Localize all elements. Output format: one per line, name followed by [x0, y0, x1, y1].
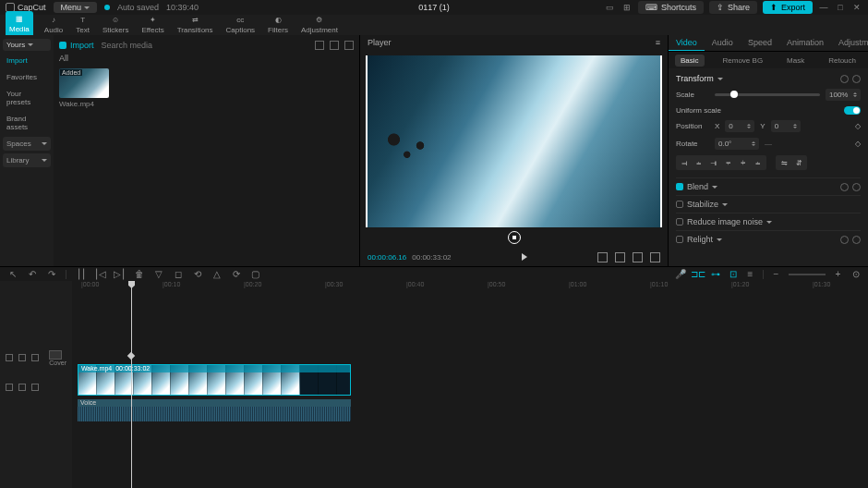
keyframe-icon[interactable] — [852, 75, 861, 83]
eye-icon[interactable] — [18, 384, 26, 391]
preview-icon[interactable]: ⊡ — [728, 269, 738, 279]
reset-icon[interactable] — [840, 183, 849, 191]
tab-audio[interactable]: ♪Audio — [42, 13, 65, 35]
track-icon[interactable]: ≡ — [745, 269, 755, 279]
props-tab-animation[interactable]: Animation — [779, 35, 831, 51]
maximize-button[interactable]: □ — [835, 3, 846, 12]
pointer-icon[interactable]: ↖ — [7, 269, 18, 279]
minimize-button[interactable]: — — [818, 3, 829, 12]
relight-section[interactable]: Relight — [676, 230, 861, 248]
tab-captions[interactable]: ccCaptions — [224, 13, 258, 35]
mirror-icon[interactable]: △ — [211, 269, 222, 279]
preview-handle-right[interactable] — [658, 55, 662, 227]
export-button[interactable]: ⬆Export — [763, 1, 813, 14]
align-center-v-icon[interactable]: ⫩ — [737, 157, 750, 168]
reverse-icon[interactable]: ⟲ — [192, 269, 202, 279]
media-tab-all[interactable]: All — [59, 54, 68, 63]
rotate-icon[interactable]: ⟳ — [231, 269, 241, 279]
tab-adjustment[interactable]: ⚙Adjustment — [299, 13, 340, 35]
undo-icon[interactable]: ↶ — [27, 269, 37, 279]
fullscreen-icon[interactable] — [650, 252, 660, 262]
delete-icon[interactable]: 🗑 — [134, 269, 144, 279]
subtab-removebg[interactable]: Remove BG — [717, 55, 769, 67]
blend-section[interactable]: Blend — [676, 177, 861, 195]
zoom-fit-icon[interactable]: ⊙ — [850, 269, 861, 279]
zoom-slider[interactable] — [789, 274, 826, 275]
layout2-icon[interactable]: ⊞ — [621, 3, 633, 12]
lock-icon[interactable] — [6, 384, 13, 391]
position-y-input[interactable]: 0 — [771, 120, 801, 132]
tab-text[interactable]: TText — [74, 13, 91, 35]
quality-icon[interactable] — [597, 252, 608, 262]
zoom-out-icon[interactable]: − — [771, 269, 781, 279]
stabilize-section[interactable]: Stabilize — [676, 195, 861, 213]
video-clip[interactable]: Wake.mp400:00:33:02 — [78, 364, 351, 396]
time-ruler[interactable]: |00:00 |00:10 |00:20 |00:30 |00:40 |00:5… — [72, 281, 868, 290]
checkbox-icon[interactable] — [676, 201, 683, 208]
player-menu-icon[interactable]: ≡ — [656, 38, 660, 47]
props-tab-adjustment[interactable]: Adjustment — [831, 35, 868, 51]
resize-icon[interactable] — [633, 252, 643, 262]
close-button[interactable]: ✕ — [851, 3, 862, 12]
subtab-mask[interactable]: Mask — [781, 55, 810, 67]
sidebar-item-favorites[interactable]: Favorites — [3, 70, 51, 84]
sidebar-item-spaces[interactable]: Spaces — [3, 137, 51, 151]
scale-value[interactable]: 100% — [826, 89, 861, 101]
align-left-icon[interactable]: ⫤ — [678, 157, 691, 168]
sidebar-item-library[interactable]: Library — [3, 153, 51, 167]
tab-effects[interactable]: ✦Effects — [139, 13, 165, 35]
grid-view-icon[interactable] — [330, 41, 339, 50]
uniform-toggle[interactable] — [844, 106, 861, 115]
audio-clip[interactable]: Voice — [78, 399, 351, 421]
mic-icon[interactable]: 🎤 — [675, 269, 685, 279]
reset-icon[interactable] — [840, 75, 849, 83]
link-icon[interactable]: ⊶ — [710, 269, 720, 279]
search-input[interactable] — [102, 41, 307, 50]
flip-h-icon[interactable]: ⇋ — [778, 157, 790, 168]
ratio-icon[interactable] — [615, 252, 625, 262]
play-button[interactable] — [522, 253, 527, 261]
align-bottom-icon[interactable]: ⫨ — [752, 157, 765, 168]
redo-icon[interactable]: ↷ — [46, 269, 56, 279]
sort-icon[interactable] — [315, 41, 324, 50]
eye-icon[interactable] — [18, 354, 26, 361]
split-icon[interactable]: ⎮⎮ — [76, 269, 86, 279]
tab-filters[interactable]: ◐Filters — [266, 13, 290, 35]
sidebar-yours-dropdown[interactable]: Yours — [3, 39, 51, 51]
rotate-input[interactable]: 0.0° — [715, 138, 759, 150]
flip-v-icon[interactable]: ⇵ — [792, 157, 805, 168]
checkbox-icon[interactable] — [676, 218, 683, 226]
keyframe-icon[interactable]: ◇ — [855, 140, 861, 148]
tab-media[interactable]: ▦Media — [6, 11, 33, 35]
filter-icon[interactable] — [344, 41, 354, 50]
keyframe-icon[interactable] — [852, 183, 861, 191]
media-thumbnail[interactable]: Added Wake.mp4 — [59, 68, 109, 108]
props-tab-speed[interactable]: Speed — [741, 35, 779, 51]
position-x-input[interactable]: 0 — [725, 120, 754, 132]
reset-icon[interactable] — [840, 236, 849, 244]
shortcuts-button[interactable]: ⌨Shortcuts — [638, 1, 704, 14]
marker-icon[interactable]: ▽ — [153, 269, 163, 279]
subtab-basic[interactable]: Basic — [675, 55, 705, 67]
menu-button[interactable]: Menu — [54, 2, 98, 13]
preview-viewport[interactable] — [368, 55, 660, 227]
align-center-h-icon[interactable]: ⫨ — [693, 157, 705, 168]
delete-right-icon[interactable]: ▷⎮ — [115, 269, 125, 279]
sidebar-item-brand[interactable]: Brand assets — [3, 112, 51, 134]
mute-icon[interactable] — [31, 384, 39, 391]
align-right-icon[interactable]: ⫣ — [707, 157, 720, 168]
keyframe-icon[interactable]: ◇ — [855, 122, 861, 130]
sidebar-item-import[interactable]: Import — [3, 54, 51, 67]
share-button[interactable]: ⇪Share — [709, 1, 757, 14]
import-button[interactable]: Import — [59, 41, 94, 50]
noise-section[interactable]: Reduce image noise — [676, 213, 861, 230]
props-tab-audio[interactable]: Audio — [705, 35, 741, 51]
lock-icon[interactable] — [6, 354, 13, 361]
sidebar-item-presets[interactable]: Your presets — [3, 87, 51, 109]
tracks-area[interactable]: |00:00 |00:10 |00:20 |00:30 |00:40 |00:5… — [72, 281, 868, 488]
freeze-icon[interactable]: ▢ — [250, 269, 260, 279]
magnet-icon[interactable]: ⊐⊏ — [693, 269, 703, 279]
checkbox-icon[interactable] — [676, 236, 683, 243]
cover-button[interactable]: Cover — [49, 350, 66, 366]
tab-stickers[interactable]: ☺Stickers — [101, 13, 130, 35]
